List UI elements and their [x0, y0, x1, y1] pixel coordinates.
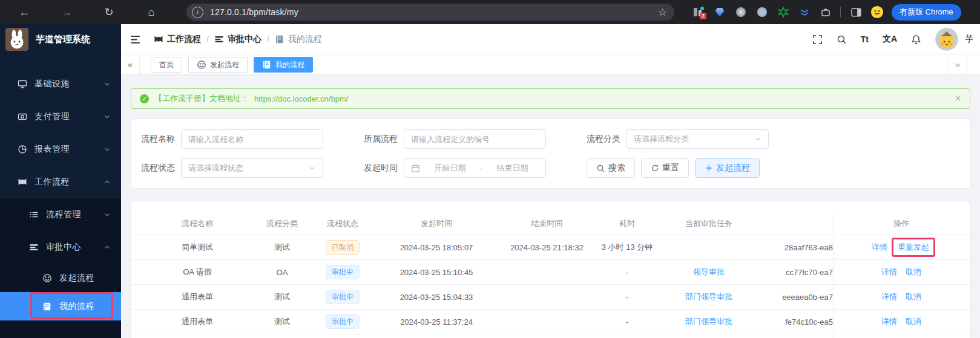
blue-gem-icon[interactable] — [714, 6, 726, 18]
detail-link[interactable]: 详情 — [872, 242, 887, 252]
cancel-link[interactable]: 取消 — [906, 267, 921, 276]
sidebar-item-label: 流程管理 — [46, 209, 81, 220]
definition-filter-input[interactable] — [404, 129, 546, 149]
side-panel-icon[interactable] — [849, 5, 863, 19]
table-cell: 通用表单 — [146, 285, 249, 310]
url-text[interactable]: 127.0.0.1/bpm/task/my — [210, 7, 658, 17]
tab[interactable]: 发起流程 — [188, 57, 248, 73]
column-header: 流程状态 — [315, 212, 370, 235]
user-avatar[interactable] — [935, 28, 958, 51]
tab[interactable]: 首页 — [151, 57, 182, 73]
smile-icon — [197, 60, 206, 70]
breadcrumb-item[interactable]: 我的流程 — [275, 34, 322, 45]
plus-icon — [705, 164, 713, 172]
forward-icon[interactable]: → — [59, 5, 74, 19]
table-row: 通用表单测试审批中2024-03-25 15:04:33-部门领导审批eeeae… — [131, 285, 970, 310]
tab[interactable]: 我的流程 — [254, 57, 313, 73]
chevron-down-icon — [104, 80, 111, 88]
sidebar-item[interactable]: 报表管理 — [0, 133, 121, 166]
detail-link[interactable]: 详情 — [881, 292, 897, 301]
breadcrumb-item[interactable]: 工作流程 / — [154, 34, 214, 45]
detail-link[interactable]: 详情 — [881, 317, 897, 326]
chevron-down-icon — [104, 146, 111, 153]
search-icon — [596, 164, 605, 173]
sidebar-item[interactable]: 发起流程 — [0, 264, 121, 292]
table-cell: 审批中 — [315, 285, 370, 310]
chrome-update-button[interactable]: 有新版 Chrome — [892, 4, 961, 21]
breadcrumb-item[interactable]: 审批中心 / — [214, 34, 275, 45]
table-cell: 部门领导审批 — [663, 285, 754, 310]
translate-icon[interactable]: 文A — [883, 34, 897, 45]
start-time-range-picker[interactable]: 开始日期 - 结束日期 — [404, 158, 546, 178]
sidebar-item[interactable]: 流程管理 — [0, 198, 121, 231]
table-cell — [503, 285, 591, 310]
status-filter-select[interactable]: 请选择流程状态 — [181, 158, 323, 178]
sidebar-item[interactable]: 审批中心 — [0, 231, 121, 264]
cancel-link[interactable]: 取消 — [906, 317, 921, 326]
green-star-icon[interactable] — [777, 6, 789, 18]
tabs-scroll-left-icon[interactable]: « — [121, 55, 140, 74]
actions-cell: 详情取消 — [833, 260, 970, 285]
bookmark-star-icon[interactable]: ☆ — [658, 6, 667, 19]
back-icon[interactable]: ← — [17, 5, 31, 19]
name-filter-input[interactable] — [181, 129, 323, 149]
search-button-label: 搜索 — [608, 163, 625, 174]
table-cell: 测试 — [249, 310, 315, 334]
reset-button-label: 重置 — [662, 163, 679, 174]
app-logo[interactable]: 芋道管理系统 — [0, 24, 121, 54]
table-cell: - — [591, 285, 663, 310]
list-icon — [29, 210, 39, 219]
table-cell: - — [591, 260, 663, 285]
table-cell — [503, 260, 591, 285]
search-icon[interactable] — [837, 34, 847, 45]
home-icon[interactable]: ⌂ — [144, 5, 159, 19]
reset-button[interactable]: 重置 — [641, 158, 689, 178]
extension-badge-7-icon[interactable]: 7 — [692, 6, 705, 18]
table-cell: fe74c10c-ea5 — [754, 310, 833, 334]
category-filter-label: 流程分类 — [587, 134, 620, 145]
font-size-icon[interactable]: Tt — [861, 34, 869, 44]
column-header — [754, 212, 833, 235]
detail-link[interactable]: 详情 — [881, 267, 897, 276]
search-button[interactable]: 搜索 — [587, 158, 635, 178]
cancel-link[interactable]: 取消 — [906, 292, 921, 301]
fullscreen-icon[interactable] — [812, 34, 823, 45]
tab-label: 发起流程 — [210, 60, 239, 70]
profile-avatar-icon[interactable] — [870, 5, 884, 19]
sidebar-item-label: 支付管理 — [35, 111, 70, 122]
current-task-link[interactable]: 领导审批 — [693, 267, 725, 276]
column-header: 结束时间 — [503, 212, 591, 235]
table-cell: 2024-03-25 11:37:24 — [370, 310, 503, 334]
page-content: ✓ 【工作流手册】文档地址： https://doc.iocoder.cn/bp… — [121, 75, 980, 338]
table-cell — [131, 235, 146, 260]
bell-icon[interactable] — [911, 34, 921, 45]
banner-link[interactable]: https://doc.iocoder.cn/bpm/ — [254, 94, 348, 103]
puzzle-icon[interactable] — [820, 6, 832, 18]
url-bar[interactable]: i 127.0.0.1/bpm/task/my ☆ — [186, 4, 674, 21]
table-cell — [663, 235, 754, 260]
calendar-icon — [411, 164, 420, 173]
relaunch-link[interactable]: 重新发起 — [898, 242, 929, 253]
tabs-scroll-right-icon[interactable]: » — [948, 55, 967, 74]
sidebar-item[interactable]: 支付管理 — [0, 100, 121, 133]
menu-fold-icon[interactable] — [130, 34, 141, 45]
site-info-icon[interactable]: i — [192, 7, 203, 18]
reload-icon[interactable]: ↻ — [102, 5, 116, 19]
sidebar-item[interactable]: 工作流程 — [0, 166, 121, 198]
banner-text: 【工作流手册】文档地址： — [154, 93, 249, 104]
gray-dot-icon[interactable] — [756, 6, 768, 18]
gray-asterisk-icon[interactable] — [735, 6, 747, 18]
blue-layers-icon[interactable] — [798, 6, 811, 18]
rows-icon — [214, 34, 224, 44]
breadcrumb-separator: / — [206, 34, 209, 44]
range-separator: - — [480, 164, 482, 173]
sidebar-item[interactable]: 我的流程 — [0, 292, 121, 320]
sidebar-item[interactable]: 基础设施 — [0, 68, 121, 100]
table-cell: 部门领导审批 — [663, 310, 754, 334]
breadcrumb-label: 工作流程 — [167, 34, 201, 45]
category-filter-select[interactable]: 请选择流程分类 — [626, 129, 769, 149]
current-task-link[interactable]: 部门领导审批 — [685, 292, 732, 301]
banner-close-icon[interactable]: × — [955, 94, 961, 103]
current-task-link[interactable]: 部门领导审批 — [685, 317, 732, 326]
create-process-button[interactable]: 发起流程 — [695, 158, 760, 178]
